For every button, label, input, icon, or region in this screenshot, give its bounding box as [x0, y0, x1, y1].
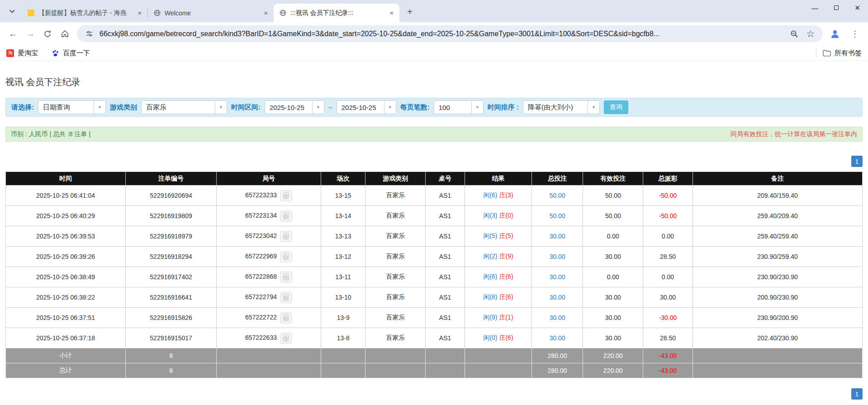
result-banker: 庄(1) — [499, 314, 513, 321]
cell-payout: -50.00 — [643, 186, 693, 206]
cell-round-id: 657223134 — [216, 206, 321, 226]
col-session: 场次 — [321, 172, 365, 186]
zoom-icon[interactable] — [788, 28, 800, 40]
cell-round-id: 657222633 — [216, 328, 321, 348]
col-total-bet: 总投注 — [531, 172, 583, 186]
cell-remark: 230.90/259.40 — [693, 247, 862, 267]
tab-bet-records-active[interactable]: :::视讯 会员下注纪录::: × — [274, 4, 399, 22]
cell-session: 13-15 — [321, 186, 365, 206]
round-number: 657222722 — [245, 314, 277, 321]
total-bet-link[interactable]: 50.00 — [550, 212, 565, 219]
cell-remark: 200.90/230.90 — [693, 287, 862, 308]
cell-valid-bet: 0.00 — [583, 226, 643, 247]
total-bet-link[interactable]: 50.00 — [550, 192, 565, 199]
cell-time: 2025-10-25 06:39:26 — [6, 247, 126, 267]
video-replay-icon[interactable] — [280, 292, 292, 303]
page-1-button[interactable]: 1 — [851, 156, 863, 167]
date-range-label: 时间区间: — [231, 103, 261, 112]
cell-session: 13-8 — [321, 328, 365, 348]
date-end-select[interactable]: 2025-10-25 ▼ — [337, 100, 396, 114]
new-tab-button[interactable]: + — [403, 5, 417, 19]
chevron-down-icon: ▼ — [384, 101, 396, 114]
tab-forum[interactable]: 【新提醒】杨雪儿的帖子 - 海燕 × — [22, 4, 147, 22]
bookmark-star-icon[interactable]: ☆ — [805, 28, 816, 40]
cell-round-id: 657223042 — [216, 226, 321, 247]
window-close-button[interactable]: × — [847, 0, 868, 15]
total-row: 总计 8 280.00 220.00 -43.00 — [6, 363, 863, 378]
total-count: 8 — [126, 363, 217, 378]
date-start-select[interactable]: 2025-10-25 ▼ — [265, 100, 324, 114]
address-bar[interactable]: 66cxkj98.com/game/betrecord_search/kind3… — [77, 25, 823, 42]
total-bet-link[interactable]: 30.00 — [550, 334, 565, 342]
chevron-down-icon: ▼ — [94, 101, 105, 114]
cell-bet-id: 522916915826 — [126, 308, 217, 328]
date-range-tilde: ~ — [328, 104, 332, 111]
cell-bet-id: 522916919809 — [126, 206, 217, 226]
cell-round-id: 657222969 — [216, 247, 321, 267]
result-player: 闲(8) — [483, 293, 497, 300]
video-replay-icon[interactable] — [280, 210, 292, 222]
total-bet-link[interactable]: 30.00 — [550, 273, 565, 281]
video-replay-icon[interactable] — [280, 190, 292, 201]
round-number: 657222633 — [245, 334, 277, 341]
cell-session: 13-14 — [321, 206, 365, 226]
all-bookmarks-button[interactable]: 所有书签 — [823, 49, 862, 57]
total-bet-link[interactable]: 30.00 — [550, 294, 565, 301]
cell-payout: 0.00 — [643, 267, 693, 287]
forward-button[interactable]: → — [22, 25, 39, 43]
url-text[interactable]: 66cxkj98.com/game/betrecord_search/kind3… — [100, 30, 784, 38]
table-row: 2025-10-25 06:38:22522916916641657222794… — [6, 287, 863, 308]
round-number: 657223233 — [245, 191, 277, 199]
query-type-select[interactable]: 日期查询 ▼ — [38, 100, 106, 114]
cell-bet-id: 522916916641 — [126, 287, 217, 308]
per-page-select[interactable]: 100 ▼ — [434, 100, 484, 114]
result-player: 闲(0) — [483, 334, 497, 341]
back-button[interactable]: ← — [5, 25, 22, 43]
game-type-select[interactable]: 百家乐 ▼ — [141, 100, 227, 114]
table-row: 2025-10-25 06:39:53522916918979657223042… — [6, 226, 863, 247]
total-bet-link[interactable]: 30.00 — [550, 233, 565, 240]
home-button[interactable] — [56, 25, 73, 43]
chevron-down-icon: ▼ — [588, 101, 599, 114]
toolbar-right: ⋮ — [826, 25, 863, 43]
video-replay-icon[interactable] — [280, 333, 292, 344]
window-minimize-button[interactable]: — — [804, 0, 825, 15]
baidu-paw-icon — [52, 49, 59, 57]
video-replay-icon[interactable] — [280, 231, 292, 242]
bookmark-baidu[interactable]: 百度一下 — [52, 49, 90, 57]
search-button[interactable]: 查询 — [604, 100, 628, 114]
profile-avatar-icon[interactable] — [826, 25, 844, 43]
tab-search-chevron-icon[interactable] — [5, 5, 19, 18]
cell-game-type: 百家乐 — [365, 247, 426, 267]
sort-select[interactable]: 降幂(由大到小) ▼ — [523, 100, 600, 114]
video-replay-icon[interactable] — [280, 251, 292, 262]
tab-close-icon[interactable]: × — [136, 9, 144, 17]
cell-total-bet: 30.00 — [531, 287, 583, 308]
cell-table-no: AS1 — [426, 328, 465, 348]
tab-welcome[interactable]: Welcome × — [148, 4, 274, 22]
tab-close-icon[interactable]: × — [388, 9, 396, 17]
cell-remark: 259.40/259.40 — [693, 226, 862, 247]
result-banker: 庄(9) — [499, 253, 513, 260]
bookmark-taobao[interactable]: 淘 爱淘宝 — [6, 49, 38, 57]
total-bet-link[interactable]: 30.00 — [550, 314, 565, 321]
result-banker: 庄(6) — [499, 334, 513, 341]
tab-close-icon[interactable]: × — [262, 9, 270, 17]
cell-game-type: 百家乐 — [365, 206, 426, 226]
result-player: 闲(2) — [483, 253, 497, 260]
total-bet-link[interactable]: 30.00 — [550, 253, 565, 260]
menu-dots-icon[interactable]: ⋮ — [846, 25, 863, 43]
cell-total-bet: 30.00 — [531, 308, 583, 328]
tab-favicon-globe-icon — [279, 10, 286, 17]
window-maximize-button[interactable] — [825, 0, 847, 15]
cell-time: 2025-10-25 06:39:53 — [6, 226, 126, 247]
page-1-button[interactable]: 1 — [851, 388, 863, 400]
video-replay-icon[interactable] — [280, 312, 292, 324]
game-type-label: 游戏类别 — [110, 103, 137, 112]
cell-bet-id: 522916917402 — [126, 267, 217, 287]
site-info-icon[interactable] — [83, 28, 95, 40]
cell-table-no: AS1 — [426, 247, 465, 267]
video-replay-icon[interactable] — [280, 272, 292, 283]
cell-session: 13-13 — [321, 226, 365, 247]
reload-button[interactable] — [39, 25, 56, 43]
